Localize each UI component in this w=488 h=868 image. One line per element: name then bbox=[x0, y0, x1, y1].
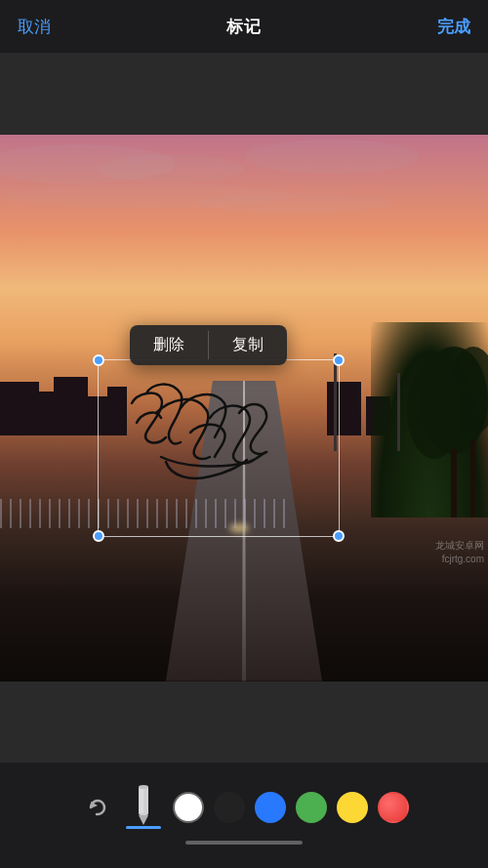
pen-icon bbox=[133, 784, 154, 831]
svg-point-9 bbox=[139, 785, 148, 789]
photo-container: 删除 复制 bbox=[0, 135, 488, 682]
canvas-area[interactable]: 删除 复制 bbox=[0, 53, 488, 763]
watermark: 龙城安卓网 fcjrtg.com bbox=[435, 539, 484, 566]
pen-tool-button[interactable] bbox=[126, 786, 161, 829]
color-dot-white[interactable] bbox=[173, 792, 204, 823]
color-dot-black[interactable] bbox=[214, 792, 245, 823]
svg-rect-3 bbox=[451, 449, 457, 517]
done-button[interactable]: 完成 bbox=[437, 16, 470, 38]
svg-rect-7 bbox=[140, 786, 143, 813]
color-dot-yellow[interactable] bbox=[337, 792, 368, 823]
delete-menu-item[interactable]: 删除 bbox=[130, 325, 208, 365]
watermark-line1: 龙城安卓网 bbox=[435, 540, 484, 551]
svg-marker-8 bbox=[139, 815, 148, 825]
cancel-button[interactable]: 取消 bbox=[18, 16, 51, 38]
trees-layer bbox=[371, 322, 488, 517]
copy-menu-item[interactable]: 复制 bbox=[209, 325, 287, 365]
signature-drawing bbox=[102, 364, 335, 532]
top-bar: 取消 标记 完成 bbox=[0, 0, 488, 53]
svg-point-2 bbox=[407, 361, 462, 459]
svg-rect-4 bbox=[470, 439, 475, 517]
color-dot-red[interactable] bbox=[378, 792, 409, 823]
context-menu: 删除 复制 bbox=[130, 325, 287, 365]
undo-button[interactable] bbox=[79, 790, 114, 825]
color-dot-blue[interactable] bbox=[255, 792, 286, 823]
bottom-toolbar bbox=[0, 763, 488, 868]
undo-icon bbox=[83, 794, 110, 821]
home-indicator bbox=[185, 841, 303, 845]
color-dot-green[interactable] bbox=[296, 792, 327, 823]
color-palette bbox=[173, 792, 409, 823]
selected-indicator bbox=[126, 826, 161, 829]
watermark-line2: fcjrtg.com bbox=[442, 554, 484, 564]
streetlight-right bbox=[397, 373, 400, 451]
page-title: 标记 bbox=[226, 16, 262, 38]
toolbar-tools bbox=[79, 786, 409, 829]
